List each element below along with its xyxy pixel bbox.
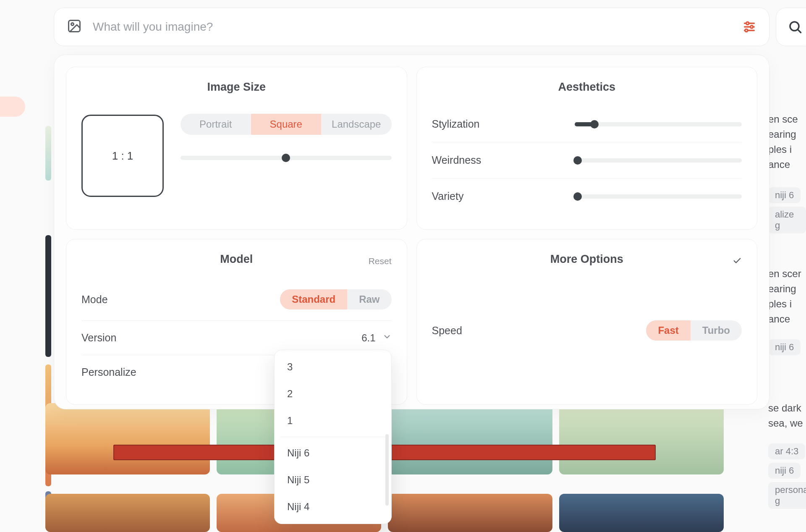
mode-row: Mode Standard Raw	[81, 278, 392, 321]
weirdness-slider[interactable]	[575, 158, 742, 162]
speed-fast[interactable]: Fast	[646, 320, 690, 341]
version-option[interactable]: Niji 6	[275, 440, 391, 466]
clip-text: ples i	[768, 144, 806, 155]
clip-text: earing	[768, 283, 806, 295]
aesthetics-row-variety: Variety	[432, 178, 742, 214]
variety-slider[interactable]	[575, 194, 742, 199]
tag[interactable]: niji 6	[768, 187, 801, 203]
tab-landscape[interactable]: Landscape	[321, 114, 392, 135]
prompt-input[interactable]	[93, 20, 731, 34]
svg-line-9	[798, 30, 801, 33]
left-thumb	[45, 235, 51, 357]
mode-pills: Standard Raw	[280, 289, 391, 309]
more-options-card: More Options Speed Fast Turbo	[416, 239, 758, 405]
row-label: Personalize	[81, 366, 136, 378]
clip-text: ance	[768, 159, 806, 170]
svg-point-5	[751, 26, 753, 28]
aspect-slider[interactable]	[181, 156, 392, 160]
check-icon[interactable]	[733, 256, 742, 267]
version-option[interactable]: 1	[275, 407, 391, 434]
image-icon	[67, 18, 82, 35]
topbar	[54, 8, 772, 46]
clip-text: ples i	[768, 298, 806, 310]
speed-pills: Fast Turbo	[646, 320, 742, 341]
gallery-thumb[interactable]	[45, 494, 210, 532]
row-label: Variety	[432, 190, 558, 202]
tag[interactable]: ar 4:3	[768, 443, 805, 459]
card-title: Aesthetics	[432, 81, 742, 94]
mode-standard[interactable]: Standard	[280, 289, 347, 309]
version-selected: 6.1	[361, 332, 375, 344]
clip-text: en scer	[768, 268, 806, 280]
settings-panel: Image Size 1 : 1 Portrait Square Landsca…	[54, 55, 769, 409]
tag[interactable]: niji 6	[768, 463, 801, 479]
clip-text: sea, we	[768, 417, 806, 429]
left-pill	[0, 97, 25, 117]
version-select[interactable]: 6.1	[361, 332, 391, 344]
left-edge	[0, 0, 50, 532]
row-label: Version	[81, 332, 116, 344]
gallery-thumb[interactable]	[559, 403, 724, 474]
search-button[interactable]	[776, 8, 806, 46]
card-title: Model	[81, 253, 392, 266]
image-size-card: Image Size 1 : 1 Portrait Square Landsca…	[66, 67, 407, 230]
aspect-tabs: Portrait Square Landscape	[181, 114, 392, 135]
row-label: Speed	[432, 325, 462, 337]
row-label: Stylization	[432, 118, 558, 130]
chevron-down-icon	[382, 332, 392, 344]
right-strip: en sce earing ples i ance niji 6 alize g…	[768, 113, 806, 532]
gallery-thumb[interactable]	[388, 403, 552, 474]
version-dropdown: 3 2 1 Niji 6 Niji 5 Niji 4	[274, 350, 392, 524]
svg-point-1	[71, 23, 74, 26]
left-thumb	[45, 126, 51, 181]
aspect-ratio-label: 1 : 1	[112, 149, 133, 162]
mode-raw[interactable]: Raw	[347, 289, 391, 309]
aspect-preview: 1 : 1	[81, 115, 164, 197]
speed-row: Speed Fast Turbo	[432, 320, 742, 341]
svg-point-3	[746, 22, 749, 24]
tab-square[interactable]: Square	[251, 114, 322, 135]
reset-button[interactable]: Reset	[369, 256, 392, 266]
scrollbar[interactable]	[385, 434, 389, 506]
tag[interactable]: alize g	[768, 207, 806, 233]
row-label: Mode	[81, 294, 108, 306]
aesthetics-card: Aesthetics Stylization Weirdness Variety	[416, 67, 758, 230]
speed-turbo[interactable]: Turbo	[691, 320, 742, 341]
gallery-thumb[interactable]	[559, 494, 724, 532]
gallery-thumb[interactable]	[45, 403, 210, 474]
row-label: Weirdness	[432, 154, 558, 166]
clip-text: se dark	[768, 402, 806, 414]
tag[interactable]: personalize g	[768, 482, 806, 509]
stylization-slider[interactable]	[575, 122, 742, 126]
version-option[interactable]: Niji 5	[275, 466, 391, 493]
version-option[interactable]: 2	[275, 380, 391, 407]
separator	[280, 437, 385, 437]
tab-portrait[interactable]: Portrait	[181, 114, 251, 135]
clip-text: ance	[768, 313, 806, 325]
clip-text: en sce	[768, 113, 806, 125]
aesthetics-row-stylization: Stylization	[432, 106, 742, 142]
tag[interactable]: niji 6	[768, 339, 801, 355]
svg-point-7	[745, 29, 748, 31]
clip-text: earing	[768, 128, 806, 140]
settings-toggle-button[interactable]	[742, 20, 756, 34]
card-title: More Options	[432, 253, 742, 266]
gallery-thumb[interactable]	[388, 494, 552, 532]
version-option[interactable]: Niji 4	[275, 493, 391, 520]
version-option[interactable]: 3	[275, 354, 391, 380]
card-title: Image Size	[81, 81, 392, 94]
prompt-bar[interactable]	[54, 8, 769, 46]
aesthetics-row-weirdness: Weirdness	[432, 142, 742, 178]
